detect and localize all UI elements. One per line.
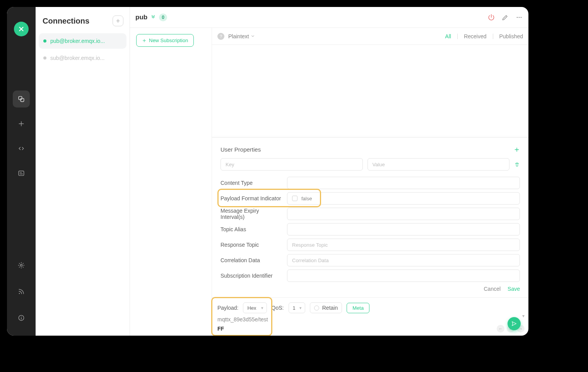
- connection-name: pub@broker.emqx.io...: [50, 38, 105, 44]
- app-logo: [14, 22, 29, 36]
- chevron-down-icon: ▾: [299, 305, 302, 311]
- content-type-input[interactable]: [287, 177, 520, 189]
- svg-point-4: [19, 293, 20, 294]
- delete-property-button[interactable]: [514, 162, 520, 167]
- payload-format-value: Hex: [247, 305, 256, 311]
- svg-point-8: [521, 17, 522, 18]
- payload-format-indicator-label: Payload Format Indicator: [220, 195, 282, 201]
- subscriptions-column: New Subscription: [130, 28, 212, 336]
- new-subscription-button[interactable]: New Subscription: [136, 34, 194, 47]
- payload-format-select[interactable]: Hex ▾: [243, 302, 267, 313]
- connections-title: Connections: [43, 17, 89, 26]
- svg-point-7: [519, 17, 520, 18]
- connection-item-pub[interactable]: pub@broker.emqx.io...: [39, 33, 126, 49]
- add-property-button[interactable]: [514, 147, 520, 153]
- collapse-icon[interactable]: ▾: [522, 313, 525, 319]
- rail-info-icon[interactable]: [13, 309, 30, 326]
- topic-alias-label: Topic Alias: [220, 226, 282, 232]
- rail-new[interactable]: [13, 115, 30, 132]
- rail-scripts[interactable]: [13, 140, 30, 157]
- meta-toggle-button[interactable]: Meta: [347, 303, 369, 313]
- divider: [493, 34, 493, 39]
- app-window: Connections pub@broker.emqx.io... sub@br…: [7, 7, 528, 336]
- publish-topic-input[interactable]: [217, 316, 523, 323]
- filter-tab-all[interactable]: All: [445, 33, 451, 39]
- main-panel: pub 0 New Subsc: [130, 7, 528, 336]
- payload-label: Payload:: [217, 305, 238, 311]
- plus-icon: [142, 38, 147, 43]
- connections-panel: Connections pub@broker.emqx.io... sub@br…: [36, 7, 130, 336]
- payload-display-format-select[interactable]: Plaintext: [228, 33, 255, 39]
- checkbox-icon: [292, 196, 297, 201]
- chevron-down-icon: [251, 34, 255, 38]
- messages-area: User Properties: [212, 45, 528, 297]
- qos-label: QoS:: [272, 305, 284, 311]
- correlation-data-label: Correlation Data: [220, 257, 282, 263]
- message-expiry-input[interactable]: [287, 208, 520, 220]
- user-prop-key-input[interactable]: [220, 158, 363, 171]
- svg-point-3: [21, 264, 22, 266]
- send-button[interactable]: [508, 317, 521, 330]
- topic-alias-input[interactable]: [287, 223, 520, 235]
- publish-row: Payload: Hex ▾ QoS: 1 ▾ Retain: [212, 297, 528, 336]
- messages-column: ? Plaintext All Received Published: [212, 28, 528, 336]
- meta-panel: User Properties: [212, 137, 528, 297]
- rail-feed-icon[interactable]: [13, 283, 30, 300]
- filter-row: ? Plaintext All Received Published: [212, 28, 528, 45]
- svg-rect-0: [19, 96, 22, 99]
- subscription-identifier-input[interactable]: [287, 270, 520, 282]
- retain-toggle[interactable]: Retain: [310, 302, 342, 313]
- rail-connections[interactable]: [13, 90, 30, 108]
- retain-label: Retain: [322, 305, 338, 311]
- history-prev-button[interactable]: ←: [497, 325, 504, 333]
- response-topic-input[interactable]: [287, 239, 520, 251]
- qos-value: 1: [293, 305, 296, 311]
- publish-payload-input[interactable]: [217, 326, 523, 332]
- filter-tab-received[interactable]: Received: [464, 33, 486, 39]
- help-icon[interactable]: ?: [217, 33, 224, 40]
- svg-point-6: [517, 17, 518, 18]
- payload-format-indicator-value: false: [301, 196, 312, 201]
- message-expiry-label: Message Expiry Interval(s): [220, 208, 282, 220]
- svg-rect-2: [19, 171, 24, 176]
- more-menu-button[interactable]: [515, 14, 523, 21]
- topbar: pub 0: [130, 7, 528, 28]
- connection-item-sub[interactable]: sub@broker.emqx.io...: [39, 50, 126, 66]
- message-count-badge: 0: [159, 14, 167, 21]
- user-properties-heading: User Properties: [220, 146, 261, 153]
- add-connection-button[interactable]: [113, 15, 123, 26]
- connection-status-dot: [43, 39, 46, 43]
- user-prop-value-input[interactable]: [368, 158, 510, 171]
- meta-cancel-button[interactable]: Cancel: [484, 286, 501, 292]
- response-topic-label: Response Topic: [220, 242, 282, 248]
- edit-button[interactable]: [501, 14, 509, 21]
- payload-display-format-value: Plaintext: [228, 33, 249, 39]
- qos-select[interactable]: 1 ▾: [289, 302, 305, 313]
- radio-icon: [314, 305, 319, 311]
- rail-settings[interactable]: [13, 257, 30, 274]
- connection-tab-title: pub: [135, 14, 147, 21]
- nav-rail: [7, 7, 36, 336]
- correlation-data-input[interactable]: [287, 254, 520, 266]
- rail-logs[interactable]: [13, 165, 30, 182]
- connection-name: sub@broker.emqx.io...: [50, 55, 104, 61]
- svg-rect-1: [21, 98, 24, 101]
- filter-tab-published[interactable]: Published: [499, 33, 523, 39]
- new-subscription-label: New Subscription: [149, 38, 188, 43]
- content-type-label: Content Type: [220, 180, 282, 186]
- chevron-down-icon: ▾: [261, 305, 263, 311]
- chevron-down-icon[interactable]: [150, 15, 156, 20]
- subscription-identifier-label: Subscription Identifier: [220, 273, 282, 279]
- meta-save-button[interactable]: Save: [508, 286, 520, 292]
- divider: [457, 34, 458, 39]
- connection-status-dot: [43, 56, 46, 60]
- payload-format-indicator-field[interactable]: false: [287, 192, 520, 205]
- disconnect-button[interactable]: [487, 14, 495, 21]
